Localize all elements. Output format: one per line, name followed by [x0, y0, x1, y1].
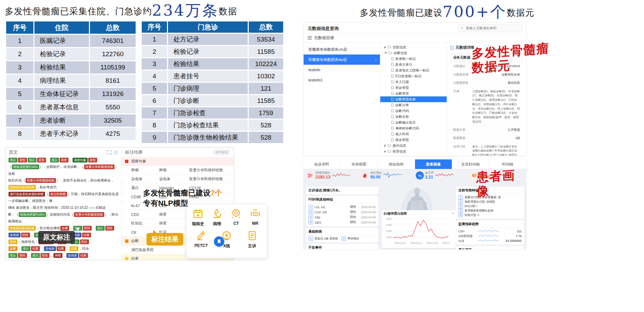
nlp-model-item[interactable]: 病理 — [208, 208, 226, 227]
entity-chip[interactable]: 诊断 — [9, 246, 17, 251]
nlp-model-item[interactable]: PETCT — [192, 230, 210, 249]
tree-file-row[interactable]: 诊断名称 — [380, 114, 447, 120]
source-pane-title: 原文 — [9, 149, 18, 155]
record-count-cell: 8161 — [90, 75, 136, 87]
nlp-model-item[interactable]: CTCT — [227, 208, 245, 227]
tree-file-row[interactable]: 诊断类型 — [380, 91, 447, 96]
entity-chip[interactable]: 细胞表型基因检测 — [9, 226, 36, 231]
tree-folder-row[interactable]: 操作信息 — [380, 143, 447, 149]
entity-chip[interactable]: 形状 — [9, 239, 17, 244]
close-icon[interactable]: × — [452, 212, 454, 216]
tree-file-row[interactable]: 诊断代码 — [380, 108, 447, 114]
annotation-count-badge: 23个标注 — [213, 150, 230, 155]
metadata-search-input[interactable] — [465, 26, 518, 30]
entity-chip[interactable]: 蛋白 — [96, 226, 105, 231]
tree-folder-row[interactable]: 诊断信息 — [380, 50, 447, 56]
entity-chip[interactable]: 结果 — [57, 246, 65, 251]
nlp-model-item[interactable]: MR — [246, 208, 264, 227]
entity-chip[interactable]: 蛋白 — [9, 253, 17, 258]
tree-file-row[interactable]: 插入时间 — [380, 131, 447, 137]
entity-chip[interactable]: 阴性 — [105, 226, 114, 231]
sidebar-item-database[interactable]: testinfo1 — [304, 75, 380, 85]
entity-chip[interactable]: 染色体 — [9, 233, 20, 237]
annotation-result-row[interactable]: 观察对象 — [122, 157, 234, 166]
svg-text:+: + — [421, 176, 422, 178]
metadata-field-row: 业务口径备注：1.入院诊断2.门诊诊断5.初步诊断6.确诊诊断7.补充诊断8.修… — [450, 143, 523, 156]
vital-card-β2微球蛋白[interactable]: β2微球蛋白2192.13 — [306, 171, 359, 180]
nlp-model-item[interactable]: 现病史 — [189, 208, 207, 227]
entity-chip[interactable]: 结果 — [31, 246, 40, 251]
entity-chip[interactable]: 镜检及楔置约38% — [12, 165, 39, 169]
entity-chip[interactable]: 阳性 — [41, 253, 49, 258]
star-icon[interactable] — [113, 150, 118, 155]
tree-folder-row[interactable]: 使用信息 — [380, 149, 447, 154]
hamburger-icon[interactable] — [308, 36, 312, 40]
entity-chip[interactable]: 阳性 — [83, 226, 92, 231]
caret-right-icon[interactable] — [384, 144, 386, 147]
vital-card-血红蛋白[interactable]: 血红蛋白95.00 — [361, 171, 414, 180]
entity-chip[interactable]: 蛋白 — [31, 253, 40, 258]
tab-全息时间轴[interactable]: 全息时间轴 — [452, 159, 489, 169]
entity-chip[interactable]: 染色体 — [44, 246, 56, 251]
entity-chip[interactable]: 蛋白 — [28, 158, 36, 162]
entity-chip[interactable]: 阴性 — [18, 253, 27, 258]
tree-file-row[interactable]: 诊断类型名称 — [380, 96, 447, 102]
entity-chip[interactable]: 细胞表型基因检测 — [9, 185, 36, 190]
tab-患者画像[interactable]: 患者画像 — [415, 159, 452, 169]
entity-chip[interactable]: 步骤 — [60, 226, 69, 231]
expand-icon[interactable] — [107, 150, 111, 155]
tree-file-row[interactable]: 患者唯一标识 — [380, 56, 447, 62]
entity-chip[interactable]: 观察对象 — [73, 158, 88, 162]
caret-right-icon[interactable] — [384, 150, 386, 153]
tree-file-row[interactable]: 录入日期 — [380, 79, 447, 85]
entity-chip[interactable]: 结果 — [70, 246, 78, 251]
entity-chip[interactable]: 肿瘤 — [53, 253, 62, 258]
tab-相似病例[interactable]: 相似病例 — [378, 159, 415, 169]
file-icon — [391, 103, 394, 107]
tab-专病视图[interactable]: 专病视图 — [340, 159, 378, 169]
annotation-result-row[interactable]: 染色体染色体取量分布和瘤样细胞 — [122, 175, 234, 184]
entity-chip[interactable]: 蛋白 — [50, 158, 59, 162]
tree-folder-row[interactable]: 住院信息 — [380, 44, 447, 50]
entity-chip[interactable]: 阳性 — [21, 233, 30, 237]
save-annotation-button[interactable] — [214, 236, 224, 247]
tree-file-row[interactable]: 诊断分类 — [380, 102, 447, 108]
nlp-model-item[interactable]: 主诉 — [243, 230, 261, 249]
entity-chip[interactable]: 表型 — [18, 158, 27, 162]
entity-chip[interactable]: 取量分布和圆形细胞 — [74, 212, 104, 217]
tree-file-row[interactable]: 诊断确认状态 — [380, 120, 447, 125]
entity-chip[interactable]: 淋巴造血系统来源的肿瘤 — [9, 192, 45, 197]
annotation-result-row[interactable]: 肿瘤肿瘤取量分布和瘤样细胞 — [122, 166, 234, 175]
vital-card-校正钙[interactable]: Ca+校正钙2.21 — [416, 171, 469, 180]
sidebar-item-database[interactable]: testinfo — [304, 65, 380, 75]
entity-chip[interactable]: 标记性肿瘤 — [49, 192, 67, 197]
tree-file-row[interactable]: 就诊类型 — [380, 137, 447, 143]
tree-file-row[interactable]: 单病种诊断代码 — [380, 125, 447, 131]
entity-chip[interactable]: 蛋白 — [9, 158, 17, 162]
entity-chip[interactable]: 结果 — [82, 233, 91, 237]
entity-chip[interactable]: 表型 — [60, 158, 68, 162]
vital-sparkline — [332, 172, 351, 179]
tree-file-row[interactable]: 患者主索引 — [380, 62, 447, 67]
tree-file-row[interactable]: 患者每次入院唯一标识 — [380, 67, 447, 73]
caret-down-icon[interactable] — [384, 52, 387, 54]
sidebar-item-database[interactable]: 骨髓瘤专病数据库cm层 — [304, 44, 380, 54]
metadata-search-box[interactable] — [458, 25, 523, 31]
entity-chip[interactable]: 染色体 — [66, 253, 78, 258]
tree-file-row[interactable]: ICU患者唯一标识 — [380, 73, 447, 79]
ct-scan-icon: CT — [227, 208, 245, 220]
entity-chip[interactable]: 表型 — [88, 158, 97, 162]
adverse-event-title: 不良事件 — [308, 245, 376, 249]
row-index-cell: 9 — [142, 132, 167, 143]
entity-chip[interactable]: 取量分布和圆形细胞 — [84, 165, 114, 169]
entity-chip[interactable]: 阳性 — [80, 239, 89, 244]
tab-临床资料[interactable]: 临床资料 — [303, 159, 340, 169]
sidebar-item-selected[interactable]: 骨髓瘤专病数据库dw层› — [304, 54, 380, 65]
entity-chip[interactable]: 取量分布和圆形细胞 — [26, 178, 56, 183]
entity-chip[interactable]: 表型 — [37, 158, 46, 162]
tree-file-row[interactable]: 初诊类型 — [380, 85, 447, 91]
caret-right-icon[interactable] — [384, 46, 386, 49]
entity-chip[interactable]: 镜检及楔置约38% — [19, 212, 46, 217]
entity-chip[interactable]: 结果 — [79, 253, 88, 258]
entity-chip[interactable]: 蛋白 — [21, 246, 30, 251]
